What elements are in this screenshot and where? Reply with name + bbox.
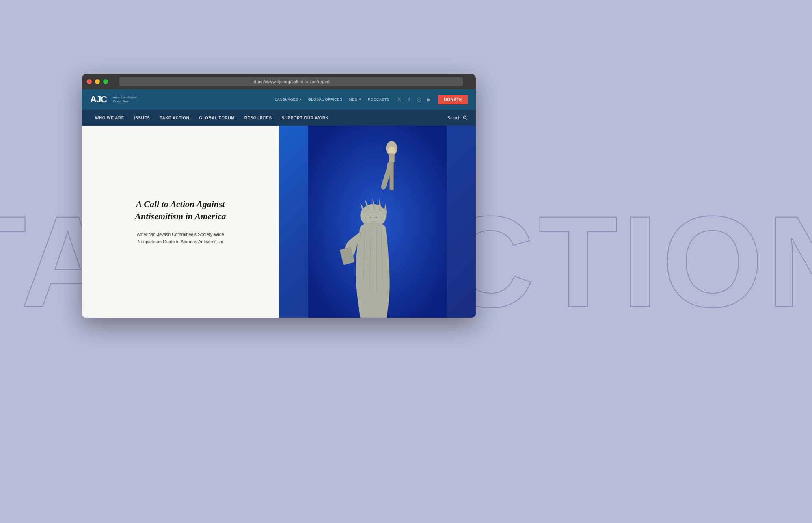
donate-button[interactable]: DONATE <box>438 95 468 104</box>
main-navigation: WHO WE ARE ISSUES TAKE ACTION GLOBAL FOR… <box>82 110 476 126</box>
media-link[interactable]: MEDIA <box>349 97 361 102</box>
facebook-icon[interactable]: f <box>406 96 412 103</box>
website-content: AJC American Jewish Committee LANGUAGES … <box>82 89 476 318</box>
logo-area[interactable]: AJC American Jewish Committee <box>90 94 137 105</box>
svg-point-20 <box>369 217 371 218</box>
top-navigation: AJC American Jewish Committee LANGUAGES … <box>82 89 476 110</box>
left-panel: A Call to Action Against Antisemitism in… <box>82 126 279 318</box>
svg-line-1 <box>466 119 467 120</box>
hero-image <box>279 126 476 318</box>
content-area: A Call to Action Against Antisemitism in… <box>82 126 476 318</box>
logo-letters: AJC <box>90 94 107 105</box>
chevron-down-icon <box>299 99 302 100</box>
logo-text: American Jewish Committee <box>110 95 137 104</box>
nav-support-our-work[interactable]: SUPPORT OUR WORK <box>277 110 334 126</box>
global-offices-link[interactable]: GLOBAL OFFICES <box>308 97 342 102</box>
browser-dot-minimize[interactable] <box>95 79 100 84</box>
browser-window: https://www.ajc.org/call-to-action/repor… <box>82 74 476 318</box>
top-nav-links: LANGUAGES GLOBAL OFFICES MEDIA PODCASTS … <box>275 95 468 104</box>
twitter-icon[interactable]: 𝕏 <box>396 96 403 103</box>
statue-of-liberty <box>279 126 476 318</box>
url-bar[interactable]: https://www.ajc.org/call-to-action/repor… <box>119 77 463 86</box>
svg-rect-11 <box>389 153 395 162</box>
podcasts-link[interactable]: PODCASTS <box>368 97 390 102</box>
nav-global-forum[interactable]: GLOBAL FORUM <box>194 110 239 126</box>
svg-point-0 <box>464 116 466 119</box>
right-panel <box>279 126 476 318</box>
nav-issues[interactable]: ISSUES <box>129 110 155 126</box>
nav-who-we-are[interactable]: WHO WE ARE <box>90 110 129 126</box>
search-icon <box>463 115 468 120</box>
youtube-icon[interactable]: ▶ <box>425 96 432 103</box>
nav-take-action[interactable]: TAKE ACTION <box>155 110 194 126</box>
browser-chrome: https://www.ajc.org/call-to-action/repor… <box>82 74 476 89</box>
search-label: Search <box>447 116 460 120</box>
browser-dot-maximize[interactable] <box>103 79 108 84</box>
languages-button[interactable]: LANGUAGES <box>275 97 302 102</box>
svg-point-21 <box>375 217 377 218</box>
url-text: https://www.ajc.org/call-to-action/repor… <box>253 79 330 84</box>
social-icons: 𝕏 f ☉ ▶ <box>396 96 432 103</box>
browser-dot-close[interactable] <box>87 79 92 84</box>
instagram-icon[interactable]: ☉ <box>416 96 422 103</box>
nav-resources[interactable]: RESOURCES <box>240 110 277 126</box>
search-button[interactable]: Search <box>447 115 468 120</box>
sub-headline: American Jewish Committee's Society-Wide… <box>132 231 229 245</box>
main-headline: A Call to Action Against Antisemitism in… <box>124 198 238 223</box>
